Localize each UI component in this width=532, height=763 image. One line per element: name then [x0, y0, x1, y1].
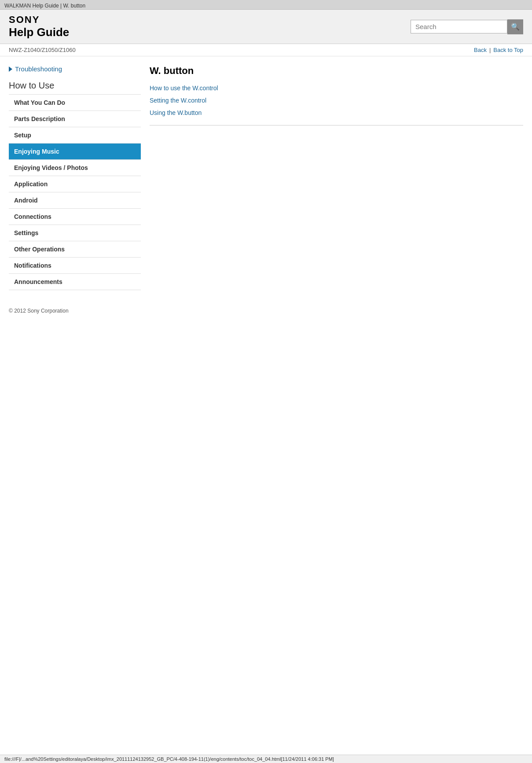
- sidebar-item[interactable]: What You Can Do: [9, 94, 141, 111]
- troubleshooting-label: Troubleshooting: [15, 65, 62, 73]
- back-link[interactable]: Back: [474, 47, 487, 53]
- sidebar: Troubleshooting How to Use What You Can …: [9, 65, 141, 290]
- content-link[interactable]: How to use the W.control: [150, 85, 218, 92]
- sidebar-item[interactable]: Setup: [9, 127, 141, 143]
- sidebar-item[interactable]: Enjoying Music: [9, 143, 141, 159]
- sidebar-item[interactable]: Other Operations: [9, 241, 141, 257]
- chevron-right-icon: [9, 66, 12, 72]
- nav-divider: |: [489, 47, 491, 53]
- sidebar-item[interactable]: Announcements: [9, 273, 141, 290]
- footer: © 2012 Sony Corporation: [0, 299, 532, 318]
- back-to-top-link[interactable]: Back to Top: [493, 47, 523, 53]
- device-label: NWZ-Z1040/Z1050/Z1060: [9, 47, 76, 53]
- search-input[interactable]: [411, 20, 507, 33]
- sidebar-item[interactable]: Enjoying Videos / Photos: [9, 159, 141, 176]
- sidebar-section-how-to-use: How to Use: [9, 81, 141, 91]
- content-link[interactable]: Using the W.button: [150, 109, 202, 116]
- header: SONY Help Guide 🔍: [0, 10, 532, 44]
- sidebar-item[interactable]: Application: [9, 176, 141, 192]
- content-links-list: How to use the W.controlSetting the W.co…: [150, 85, 523, 116]
- search-area: 🔍: [411, 19, 523, 34]
- tab-bar: WALKMAN Help Guide | W. button: [0, 0, 532, 10]
- sidebar-items-list: What You Can DoParts DescriptionSetupEnj…: [9, 94, 141, 290]
- content-area: W. button How to use the W.controlSettin…: [150, 65, 523, 290]
- sidebar-item[interactable]: Notifications: [9, 257, 141, 273]
- copyright: © 2012 Sony Corporation: [9, 308, 69, 314]
- content-divider: [150, 125, 523, 125]
- nav-right: Back | Back to Top: [474, 47, 523, 53]
- sidebar-item[interactable]: Android: [9, 192, 141, 208]
- content-title: W. button: [150, 65, 523, 77]
- search-button[interactable]: 🔍: [507, 19, 523, 34]
- main-container: Troubleshooting How to Use What You Can …: [0, 56, 532, 299]
- sidebar-item[interactable]: Settings: [9, 225, 141, 241]
- nav-bar: NWZ-Z1040/Z1050/Z1060 Back | Back to Top: [0, 44, 532, 56]
- help-guide-title: Help Guide: [9, 26, 69, 39]
- content-link[interactable]: Setting the W.control: [150, 97, 206, 104]
- search-icon: 🔍: [511, 22, 520, 31]
- sidebar-item[interactable]: Connections: [9, 208, 141, 225]
- sony-logo: SONY: [9, 14, 69, 26]
- logo-area: SONY Help Guide: [9, 14, 69, 39]
- sidebar-item-troubleshooting[interactable]: Troubleshooting: [9, 65, 141, 73]
- sidebar-item[interactable]: Parts Description: [9, 111, 141, 127]
- tab-title: WALKMAN Help Guide | W. button: [4, 3, 85, 9]
